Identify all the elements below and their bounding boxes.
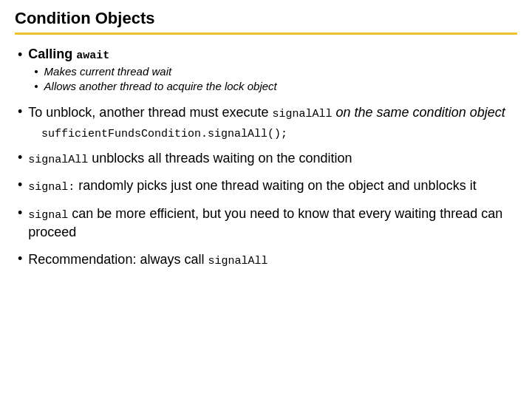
sub-text-1: Makes current thread wait bbox=[44, 65, 172, 78]
signal-colon-keyword: signal: bbox=[28, 181, 75, 194]
bullet-marker: • bbox=[18, 177, 22, 193]
bullet-marker: • bbox=[18, 251, 22, 267]
list-item: • signalAll unblocks all threads waiting… bbox=[18, 149, 517, 168]
sub-bullet-2: • Allows another thread to acquire the l… bbox=[34, 80, 517, 92]
page-container: Condition Objects • Calling await • Make… bbox=[0, 0, 532, 399]
signal-all-code: signalAll bbox=[273, 108, 332, 120]
signal-content: signal can be more efficient, but you ne… bbox=[28, 205, 517, 242]
sub-dot: • bbox=[34, 80, 38, 92]
page-header: Condition Objects bbox=[15, 9, 517, 35]
page-title: Condition Objects bbox=[15, 9, 517, 28]
signal-colon-content: signal: randomly picks just one thread w… bbox=[28, 177, 517, 195]
calling-bold-label: Calling bbox=[28, 47, 76, 61]
bullet-marker: • bbox=[18, 150, 22, 166]
await-code: await bbox=[76, 50, 109, 62]
sub-dot: • bbox=[34, 65, 38, 78]
calling-content: Calling await • Makes current thread wai… bbox=[28, 47, 517, 95]
recommendation-code: signalAll bbox=[208, 255, 267, 267]
signal-text: signal can be more efficient, but you ne… bbox=[28, 206, 502, 239]
unblock-content: To unblock, another thread must execute … bbox=[28, 103, 517, 122]
signal-all-content: signalAll unblocks all threads waiting o… bbox=[28, 149, 517, 168]
calling-line: Calling await bbox=[28, 47, 517, 62]
unblock-text: To unblock, another thread must execute … bbox=[28, 105, 505, 120]
list-item: • signal: randomly picks just one thread… bbox=[18, 177, 517, 195]
signal-colon-text: signal: randomly picks just one thread w… bbox=[28, 178, 476, 193]
bullet-marker: • bbox=[18, 205, 22, 221]
sub-bullets: • Makes current thread wait • Allows ano… bbox=[34, 65, 517, 92]
signal-all-keyword: signalAll bbox=[28, 154, 88, 166]
signal-all-text: signalAll unblocks all threads waiting o… bbox=[28, 151, 352, 166]
sub-bullet-1: • Makes current thread wait bbox=[34, 65, 517, 78]
code-block: sufficientFundsCondition.signalAll(); bbox=[35, 128, 517, 140]
italic-text: on the same condition object bbox=[336, 105, 505, 120]
list-item: • Recommendation: always call signalAll bbox=[18, 250, 517, 269]
sub-text-2: Allows another thread to acquire the loc… bbox=[44, 80, 277, 92]
list-item: • To unblock, another thread must execut… bbox=[18, 103, 517, 122]
signal-keyword: signal bbox=[28, 209, 68, 222]
bullet-marker: • bbox=[18, 104, 22, 120]
code-line: sufficientFundsCondition.signalAll(); bbox=[41, 128, 287, 140]
bullet-marker: • bbox=[18, 47, 22, 63]
content-area: • Calling await • Makes current thread w… bbox=[15, 47, 517, 269]
recommendation-content: Recommendation: always call signalAll bbox=[28, 250, 517, 269]
list-item: • signal can be more efficient, but you … bbox=[18, 205, 517, 242]
recommendation-text: Recommendation: always call signalAll bbox=[28, 252, 267, 267]
list-item: • Calling await • Makes current thread w… bbox=[18, 47, 517, 95]
